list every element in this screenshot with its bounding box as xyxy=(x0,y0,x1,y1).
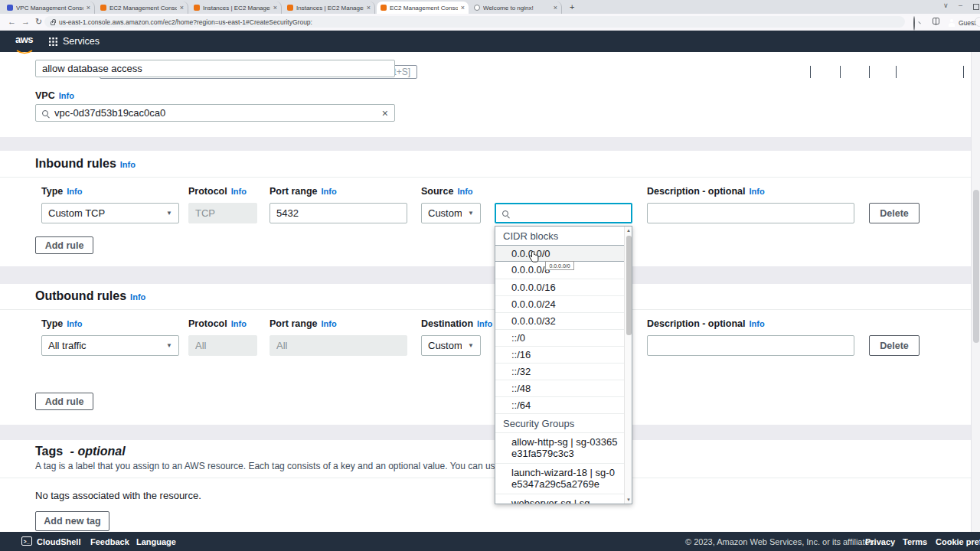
outbound-destination-select[interactable]: Custom ▼ xyxy=(421,335,481,356)
aws-logo[interactable]: aws xyxy=(15,36,34,57)
inbound-source-search-input[interactable] xyxy=(495,203,632,223)
back-icon[interactable]: ← xyxy=(8,17,16,26)
new-tab-button[interactable]: + xyxy=(570,2,574,11)
dropdown-group-cidr: CIDR blocks xyxy=(495,227,624,245)
region-label: N. Virginia xyxy=(905,67,949,77)
tab-close-icon[interactable]: × xyxy=(367,5,371,11)
info-link[interactable]: Info xyxy=(749,319,764,328)
browser-tab-instances-1[interactable]: Instances | EC2 Management Co × xyxy=(190,2,282,14)
dropdown-option-sg-1[interactable]: launch-wizard-18 | sg-0e5347a29c5a2769e xyxy=(495,463,624,494)
tab-search-chevron-icon[interactable]: ∨ xyxy=(943,2,949,9)
info-link[interactable]: Info xyxy=(322,187,337,196)
outbound-add-rule-button[interactable]: Add rule xyxy=(35,393,93,410)
region-selector[interactable]: N. Virginia ▼ xyxy=(905,67,959,77)
dropdown-option-cidr-3[interactable]: 0.0.0.0/24 xyxy=(495,295,624,312)
inbound-source-select[interactable]: Custom ▼ xyxy=(421,203,481,223)
info-link[interactable]: Info xyxy=(457,187,472,196)
browser-tab-ec2-console-1[interactable]: EC2 Management Console × xyxy=(96,2,188,14)
browser-tab-ec2-console-active[interactable]: EC2 Management Console × xyxy=(377,2,469,14)
tab-close-icon[interactable]: × xyxy=(180,5,184,11)
cloudshell-icon[interactable]: >_ xyxy=(821,67,831,77)
dropdown-option-cidr-7[interactable]: ::/32 xyxy=(495,363,624,380)
browser-tab-instances-2[interactable]: Instances | EC2 Management Co × xyxy=(283,2,375,14)
footer-language-link[interactable]: Language xyxy=(136,537,176,546)
page-scrollbar[interactable] xyxy=(971,52,980,532)
forward-icon[interactable]: → xyxy=(21,17,30,26)
dropdown-scrollbar[interactable]: ▲ ▼ xyxy=(624,227,632,504)
tab-close-icon[interactable]: × xyxy=(273,5,277,11)
info-link[interactable]: Info xyxy=(231,319,247,328)
footer-feedback-link[interactable]: Feedback xyxy=(90,537,129,546)
dropdown-option-sg-2[interactable]: webserver-sg | sg- xyxy=(495,494,624,504)
services-menu[interactable]: Services xyxy=(49,36,100,47)
tags-description: A tag is a label that you assign to an A… xyxy=(35,461,495,471)
info-link[interactable]: Info xyxy=(67,319,82,328)
cloudshell-icon[interactable]: >_ xyxy=(21,536,32,546)
tab-close-icon[interactable]: × xyxy=(461,5,465,11)
divider xyxy=(869,66,870,78)
inbound-add-rule-button[interactable]: Add rule xyxy=(35,236,93,254)
info-link[interactable]: Info xyxy=(120,160,136,169)
dropdown-option-cidr-0[interactable]: 0.0.0.0/0 xyxy=(495,245,624,262)
divider xyxy=(840,66,841,78)
inbound-port-input[interactable]: 5432 xyxy=(270,203,407,223)
footer-terms-link[interactable]: Terms xyxy=(903,537,927,546)
outbound-delete-button[interactable]: Delete xyxy=(869,335,920,356)
dropdown-option-cidr-6[interactable]: ::/16 xyxy=(495,346,624,363)
inbound-type-select[interactable]: Custom TCP ▼ xyxy=(41,203,179,223)
info-link[interactable]: Info xyxy=(231,187,247,196)
footer-cookie-link[interactable]: Cookie preferences xyxy=(936,537,980,546)
side-panel-icon[interactable] xyxy=(933,18,939,24)
dropdown-option-cidr-5[interactable]: ::/0 xyxy=(495,329,624,346)
mouse-hand-cursor-icon xyxy=(528,251,539,264)
outbound-protocol-label: ProtocolInfo xyxy=(188,316,247,330)
tab-close-icon[interactable]: × xyxy=(87,5,90,11)
window-maximize-icon[interactable] xyxy=(973,4,979,10)
dropdown-option-cidr-8[interactable]: ::/48 xyxy=(495,380,624,396)
inbound-port-label: Port rangeInfo xyxy=(270,184,337,197)
dropdown-option-cidr-2[interactable]: 0.0.0.0/16 xyxy=(495,279,624,295)
notifications-bell-icon[interactable] xyxy=(848,66,861,78)
inbound-delete-button[interactable]: Delete xyxy=(869,203,920,223)
browser-tab-nginx[interactable]: Welcome to nginx! × xyxy=(470,2,562,14)
outbound-description-input[interactable] xyxy=(647,335,854,356)
scrollbar-thumb[interactable] xyxy=(973,190,979,343)
tags-title-suffix: - optional xyxy=(70,445,126,458)
info-link[interactable]: Info xyxy=(477,319,492,328)
info-link[interactable]: Info xyxy=(59,91,74,100)
add-new-tag-button[interactable]: Add new tag xyxy=(35,511,109,531)
caret-down-icon: ▼ xyxy=(166,342,172,349)
inbound-description-input[interactable] xyxy=(647,203,854,223)
outbound-type-select[interactable]: All traffic ▼ xyxy=(41,335,179,356)
footer-cloudshell-link[interactable]: CloudShell xyxy=(37,537,80,546)
browser-update-button[interactable] xyxy=(975,17,980,27)
window-minimize-icon[interactable]: – xyxy=(959,2,962,9)
cidr-tooltip: 0.0.0.0/0 xyxy=(545,261,574,270)
address-bar[interactable]: us-east-1.console.aws.amazon.com/ec2/hom… xyxy=(44,16,905,28)
clear-vpc-icon[interactable]: × xyxy=(382,107,388,119)
dropdown-scrollbar-thumb[interactable] xyxy=(626,236,632,335)
refresh-icon[interactable]: ↻ xyxy=(35,17,42,27)
aws-favicon-icon xyxy=(194,5,200,11)
description-input[interactable]: allow database access xyxy=(35,60,395,77)
divider xyxy=(963,66,964,78)
info-link[interactable]: Info xyxy=(322,319,337,328)
info-link[interactable]: Info xyxy=(67,187,82,196)
aws-top-nav: aws Services Search [Alt+S] >_ ? N. Virg… xyxy=(0,31,980,52)
dropdown-option-sg-0[interactable]: allow-http-sg | sg-03365e31fa579c3c3 xyxy=(495,432,624,463)
scroll-up-icon[interactable]: ▲ xyxy=(625,228,632,233)
tab-close-icon[interactable]: × xyxy=(554,5,557,11)
lock-icon xyxy=(51,21,55,25)
info-link[interactable]: Info xyxy=(749,187,764,196)
dropdown-option-cidr-9[interactable]: ::/64 xyxy=(495,396,624,413)
inbound-protocol-label: ProtocolInfo xyxy=(188,184,247,197)
scroll-down-icon[interactable]: ▼ xyxy=(625,497,632,502)
omnibox-search-icon[interactable] xyxy=(913,17,915,31)
outbound-port-field: All xyxy=(270,335,407,356)
help-icon[interactable]: ? xyxy=(877,67,887,77)
dropdown-option-cidr-4[interactable]: 0.0.0.0/32 xyxy=(495,312,624,329)
browser-tab-vpc-console[interactable]: VPC Management Console × xyxy=(3,2,95,14)
vpc-input[interactable]: vpc-0d37d53b19cac0ca0 × xyxy=(35,104,395,122)
info-link[interactable]: Info xyxy=(130,292,145,302)
footer-privacy-link[interactable]: Privacy xyxy=(865,537,895,546)
